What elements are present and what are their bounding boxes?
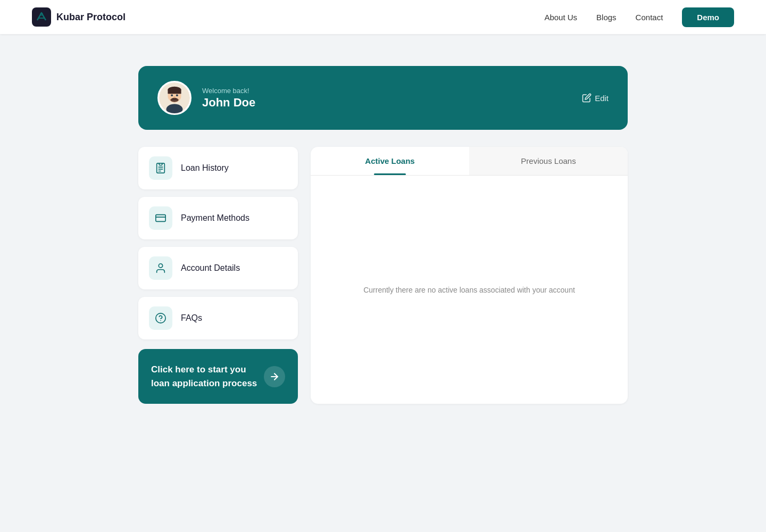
faqs-label: FAQs bbox=[181, 313, 202, 323]
lower-grid: Loan History Payment Methods bbox=[138, 147, 628, 404]
nav-links: About Us Blogs Contact Demo bbox=[544, 7, 734, 27]
payment-methods-icon-box bbox=[149, 206, 172, 230]
nav-about[interactable]: About Us bbox=[544, 13, 577, 22]
tab-active-loans[interactable]: Active Loans bbox=[311, 147, 469, 175]
sidebar: Loan History Payment Methods bbox=[138, 147, 298, 404]
svg-rect-12 bbox=[159, 163, 162, 165]
empty-message: Currently there are no active loans asso… bbox=[363, 286, 575, 294]
profile-info: Welcome back! John Doe bbox=[202, 87, 255, 110]
avatar bbox=[157, 81, 192, 115]
account-details-label: Account Details bbox=[181, 263, 240, 273]
edit-icon bbox=[582, 93, 592, 103]
user-icon bbox=[155, 262, 166, 274]
cta-text: Click here to start you loan application… bbox=[151, 363, 257, 390]
svg-rect-0 bbox=[32, 7, 51, 27]
svg-point-18 bbox=[159, 264, 162, 268]
faqs-icon-box bbox=[149, 306, 172, 330]
panel-content: Currently there are no active loans asso… bbox=[311, 176, 628, 404]
svg-point-1 bbox=[40, 13, 43, 16]
demo-button[interactable]: Demo bbox=[682, 7, 734, 27]
svg-point-19 bbox=[156, 313, 165, 323]
svg-point-9 bbox=[176, 94, 178, 96]
edit-button[interactable]: Edit bbox=[582, 93, 609, 103]
sidebar-item-account-details[interactable]: Account Details bbox=[138, 247, 298, 289]
navbar: Kubar Protocol About Us Blogs Contact De… bbox=[0, 0, 766, 34]
tab-previous-loans[interactable]: Previous Loans bbox=[469, 147, 628, 175]
payment-methods-label: Payment Methods bbox=[181, 213, 249, 223]
card-icon bbox=[155, 212, 166, 224]
edit-label: Edit bbox=[595, 94, 609, 103]
arrow-right-icon bbox=[269, 371, 280, 382]
sidebar-item-faqs[interactable]: FAQs bbox=[138, 297, 298, 339]
loan-history-label: Loan History bbox=[181, 163, 229, 173]
tabs: Active Loans Previous Loans bbox=[311, 147, 628, 176]
brand: Kubar Protocol bbox=[32, 7, 126, 27]
account-details-icon-box bbox=[149, 256, 172, 280]
svg-point-8 bbox=[171, 94, 173, 96]
sidebar-item-payment-methods[interactable]: Payment Methods bbox=[138, 197, 298, 239]
user-name: John Doe bbox=[202, 96, 255, 110]
cta-loan-application-button[interactable]: Click here to start you loan application… bbox=[138, 349, 298, 404]
svg-rect-7 bbox=[168, 90, 181, 94]
loan-history-icon-box bbox=[149, 156, 172, 180]
cta-arrow-icon bbox=[264, 366, 285, 387]
profile-left: Welcome back! John Doe bbox=[157, 81, 255, 115]
svg-rect-16 bbox=[156, 215, 165, 222]
help-icon bbox=[155, 312, 166, 324]
main-content: Welcome back! John Doe Edit bbox=[128, 66, 638, 404]
brand-icon bbox=[32, 7, 51, 27]
svg-rect-11 bbox=[172, 98, 177, 99]
brand-name: Kubar Protocol bbox=[56, 12, 126, 23]
clipboard-icon bbox=[155, 162, 166, 174]
avatar-image bbox=[159, 82, 190, 114]
welcome-text: Welcome back! bbox=[202, 87, 255, 95]
sidebar-item-loan-history[interactable]: Loan History bbox=[138, 147, 298, 189]
main-panel: Active Loans Previous Loans Currently th… bbox=[311, 147, 628, 404]
nav-contact[interactable]: Contact bbox=[636, 13, 663, 22]
nav-blogs[interactable]: Blogs bbox=[596, 13, 617, 22]
profile-banner: Welcome back! John Doe Edit bbox=[138, 66, 628, 130]
svg-point-10 bbox=[173, 97, 176, 98]
